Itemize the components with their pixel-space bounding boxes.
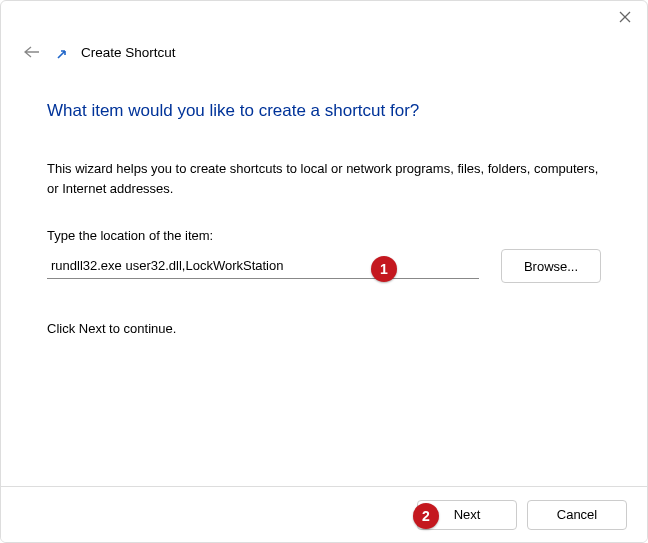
dialog-window: Create Shortcut What item would you like… xyxy=(0,0,648,543)
browse-button[interactable]: Browse... xyxy=(501,249,601,283)
dialog-header: Create Shortcut xyxy=(23,43,176,61)
location-row: Browse... xyxy=(47,249,601,283)
close-icon xyxy=(619,11,631,23)
back-button[interactable] xyxy=(23,43,41,61)
annotation-badge-2: 2 xyxy=(413,503,439,529)
dialog-footer: Next Cancel xyxy=(1,486,647,542)
back-arrow-icon xyxy=(24,45,40,59)
annotation-badge-1: 1 xyxy=(371,256,397,282)
close-button[interactable] xyxy=(617,9,633,25)
continue-text: Click Next to continue. xyxy=(47,321,601,336)
description-text: This wizard helps you to create shortcut… xyxy=(47,159,601,198)
location-input[interactable] xyxy=(47,253,479,279)
cancel-button[interactable]: Cancel xyxy=(527,500,627,530)
dialog-content: What item would you like to create a sho… xyxy=(47,101,601,336)
dialog-title: Create Shortcut xyxy=(81,45,176,60)
main-heading: What item would you like to create a sho… xyxy=(47,101,601,121)
shortcut-icon xyxy=(55,48,67,60)
location-label: Type the location of the item: xyxy=(47,228,601,243)
